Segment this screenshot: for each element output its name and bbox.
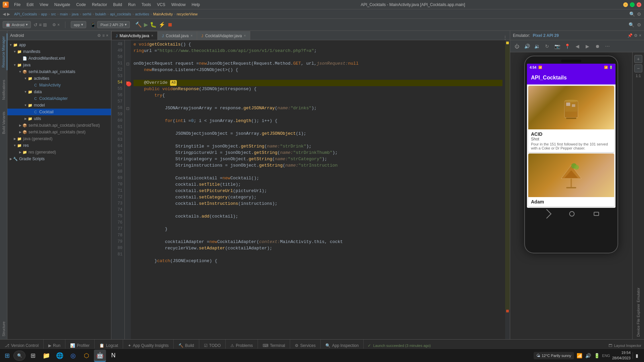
emulator-side-label[interactable]: Emulator — [636, 288, 640, 302]
tab-close-icon[interactable]: × — [191, 34, 193, 38]
tree-item-model[interactable]: ▼ 📁 model — [7, 102, 111, 109]
taskbar-edge[interactable]: 🌐 — [54, 350, 66, 362]
breadcrumb-serhii[interactable]: serhii — [83, 12, 91, 16]
record-btn[interactable]: ⏺ — [593, 42, 601, 50]
tree-item-androidtest[interactable]: ▶ 📦 serhii.bulakh.api_cocktails (android… — [7, 122, 111, 129]
menu-file[interactable]: File — [11, 2, 23, 8]
taskbar-app1[interactable]: ⬡ — [80, 350, 93, 362]
minimize-button[interactable]: − — [623, 2, 628, 7]
tab-cocktailadapter[interactable]: J CocktailAdapter.java × — [197, 31, 250, 40]
tree-item-test[interactable]: ▶ 📦 serhii.bulakh.api_cocktails (test) — [7, 129, 111, 135]
breadcrumb-src[interactable]: src — [51, 12, 56, 16]
tab-mainactivity[interactable]: J MainActivity.java × — [111, 31, 158, 40]
breadcrumb-project[interactable]: API_Cocktails — [14, 12, 37, 16]
close-emulator-icon[interactable]: × — [639, 33, 641, 38]
device-file-explorer-label[interactable]: Device File Explorer — [636, 304, 640, 337]
menu-refactor[interactable]: Refactor — [89, 2, 110, 8]
tree-item-res-generated[interactable]: ▶ 📁 res (generated) — [7, 149, 111, 156]
volume-up-btn[interactable]: 🔊 — [523, 42, 531, 50]
settings-emulator-icon[interactable]: ⚙ — [634, 33, 638, 38]
debug-icon[interactable]: 🐛 — [150, 21, 157, 28]
search-icon[interactable]: 🔍 — [629, 22, 634, 27]
menu-build[interactable]: Build — [110, 2, 125, 8]
menu-navigate[interactable]: Navigate — [52, 2, 73, 8]
forward-nav-btn[interactable]: ▶ — [583, 42, 591, 50]
tree-item-cocktailadapter[interactable]: C CocktailAdapter — [7, 95, 111, 102]
code-lines[interactable]: e void getCocktails() { ring url = "http… — [131, 40, 505, 339]
breadcrumb-main[interactable]: main — [60, 12, 68, 16]
fold-icon[interactable]: − — [126, 63, 129, 65]
project-close-icon[interactable]: × — [106, 33, 108, 38]
tree-item-mainactivity[interactable]: C MainActivity — [7, 82, 111, 88]
device-selector[interactable]: Pixel 2 API 29 ▾ — [97, 21, 130, 28]
breadcrumb-app[interactable]: app — [41, 12, 47, 16]
menu-tools[interactable]: Tools — [139, 2, 154, 8]
tray-battery[interactable]: 🔋 — [593, 352, 600, 359]
phone-home-btn[interactable] — [569, 211, 575, 217]
sync-icon[interactable]: ↺ — [34, 22, 38, 27]
close-panel-icon[interactable]: × — [57, 22, 60, 27]
attach-debugger-icon[interactable]: ⚡ — [159, 21, 165, 28]
tree-item-package[interactable]: ▼ 📦 serhii.bulakh.api_cocktails — [7, 68, 111, 75]
tree-item-java-generated[interactable]: ▶ 📁 java (generated) — [7, 135, 111, 142]
project-settings-icon[interactable]: ⚙ — [97, 33, 101, 38]
nav-arrow-back[interactable]: ◀ — [3, 12, 6, 16]
screenshot-btn[interactable]: 📷 — [553, 42, 561, 50]
tray-volume[interactable]: 🔊 — [585, 352, 591, 359]
tree-item-utils[interactable]: ▶ 📁 utils — [7, 115, 111, 122]
project-collapse-icon[interactable]: ≡ — [102, 33, 105, 38]
back-nav-btn[interactable]: ◀ — [573, 42, 581, 50]
tray-language[interactable]: ENG — [602, 354, 610, 358]
location-btn[interactable]: 📍 — [563, 42, 571, 50]
app-run-config[interactable]: app ▾ — [71, 21, 86, 28]
menu-view[interactable]: View — [37, 2, 51, 8]
taskbar-widgets[interactable]: ⊞ — [27, 350, 39, 362]
tree-item-app[interactable]: ▼ 📁 app — [7, 42, 111, 48]
tree-item-java[interactable]: ▼ 📁 java — [7, 62, 111, 68]
stop-icon[interactable]: ⏹ — [167, 22, 173, 28]
taskbar-chrome[interactable]: ◎ — [67, 350, 79, 362]
tree-item-androidmanifest[interactable]: 📄 AndroidManifest.xml — [7, 55, 111, 62]
taskbar-android-studio[interactable]: 🤖 — [94, 350, 106, 362]
resource-manager-tab[interactable]: Resource Manager — [0, 34, 7, 70]
tree-item-gradle[interactable]: ▶ 🔧 Gradle Scripts — [7, 156, 111, 162]
tab-cocktail[interactable]: J Cocktail.java × — [158, 31, 197, 40]
breadcrumb-recyclerview[interactable]: recyclerView — [177, 12, 198, 16]
tab-close-icon[interactable]: × — [151, 34, 153, 38]
menu-vcs[interactable]: VCS — [154, 2, 168, 8]
tab-close-icon[interactable]: × — [244, 34, 246, 38]
run-icon[interactable]: ▶ — [144, 21, 148, 28]
tree-item-manifests[interactable]: ▼ 📁 manifests — [7, 48, 111, 55]
maximize-button[interactable]: □ — [630, 2, 635, 7]
taskbar-file-explorer[interactable]: 📁 — [40, 350, 52, 362]
breadcrumb-bulakh[interactable]: bulakh — [95, 12, 106, 16]
menu-code[interactable]: Code — [73, 2, 89, 8]
settings-icon[interactable]: ⚙ — [637, 11, 641, 17]
taskbar-app2[interactable]: N — [107, 350, 119, 362]
start-button[interactable]: ⊞ — [2, 351, 12, 361]
tree-item-cocktail[interactable]: C Cocktail — [7, 109, 111, 115]
show-desktop-btn[interactable]: ▮ — [633, 352, 639, 359]
menu-window[interactable]: Window — [169, 2, 189, 8]
breadcrumb-java[interactable]: java — [72, 12, 78, 16]
zoom-in-btn[interactable]: + — [634, 55, 642, 63]
fold-icon[interactable]: − — [126, 107, 129, 110]
gutter-fold[interactable]: − — [125, 105, 131, 112]
search-button[interactable]: 🔍 — [13, 351, 25, 361]
scroll-bar[interactable] — [505, 45, 510, 310]
tree-icon[interactable]: ⊞ — [43, 22, 47, 27]
list-icon[interactable]: ≡ — [39, 22, 42, 27]
menu-run[interactable]: Run — [125, 2, 138, 8]
cocktail-card-adam[interactable]: Adam — [528, 154, 614, 206]
tree-item-data[interactable]: ▼ 📁 data — [7, 88, 111, 95]
breadcrumb-mainactivity[interactable]: MainActivity — [153, 12, 173, 16]
tree-item-res[interactable]: ▼ 📁 res — [7, 142, 111, 149]
search-everywhere-icon[interactable]: 🔍 — [629, 11, 635, 17]
android-selector[interactable]: 🤖 Android ▾ — [3, 21, 31, 28]
tray-network[interactable]: 📶 — [576, 352, 583, 359]
zoom-out-btn[interactable]: − — [634, 64, 642, 72]
gear-icon[interactable]: ⚙ — [637, 22, 641, 27]
structure-tab[interactable]: Structure — [0, 319, 7, 339]
code-editor[interactable]: 48 49 50 51 52 53 54 55 56 57 58 59 60 6… — [111, 40, 510, 339]
more-options-btn[interactable]: ⋯ — [603, 42, 611, 50]
